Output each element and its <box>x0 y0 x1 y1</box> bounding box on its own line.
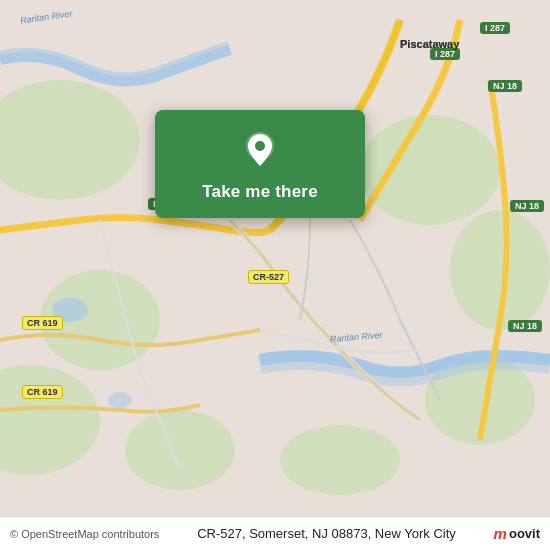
cr619-left-label: CR 619 <box>22 316 63 330</box>
map-pin-icon <box>238 128 282 172</box>
map-container: Piscataway I 287 I 287 I 287 NJ 18 NJ 18… <box>0 0 550 550</box>
svg-point-12 <box>255 141 265 151</box>
cr527-label: CR-527 <box>248 270 289 284</box>
piscataway-label-text: Piscataway <box>400 38 459 50</box>
svg-point-5 <box>360 115 500 225</box>
take-me-there-button[interactable]: Take me there <box>202 182 318 202</box>
highway-18-right-mid-label: NJ 18 <box>510 200 544 212</box>
highway-18-right-bot-label: NJ 18 <box>508 320 542 332</box>
svg-point-8 <box>280 425 400 495</box>
moovit-text: oovit <box>509 526 540 541</box>
location-card: Take me there <box>155 110 365 218</box>
moovit-logo: moovit <box>494 525 540 542</box>
osm-credit: © OpenStreetMap contributors <box>10 528 159 540</box>
cr619-bottom-label: CR 619 <box>22 385 63 399</box>
highway-287-top-right2-label: I 287 <box>480 22 510 34</box>
moovit-m: m <box>494 525 507 542</box>
location-label: CR-527, Somerset, NJ 08873, New York Cit… <box>159 526 493 541</box>
highway-18-right-top-label: NJ 18 <box>488 80 522 92</box>
svg-point-4 <box>125 410 235 490</box>
bottom-bar: © OpenStreetMap contributors CR-527, Som… <box>0 516 550 550</box>
svg-point-10 <box>108 392 132 408</box>
